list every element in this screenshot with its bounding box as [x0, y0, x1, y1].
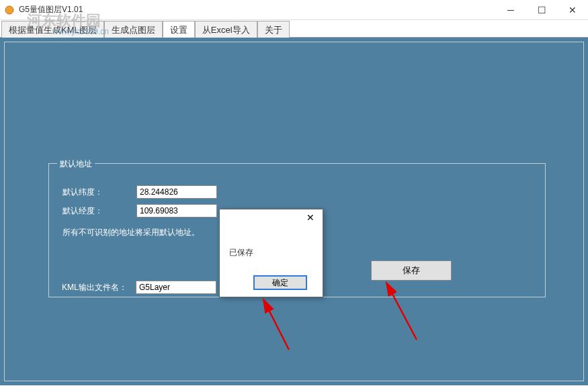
window-title: G5量值图层V1.01	[19, 4, 83, 15]
save-button[interactable]: 保存	[371, 260, 452, 281]
latitude-label: 默认纬度：	[62, 187, 136, 198]
app-icon	[4, 5, 15, 15]
maximize-button[interactable]: ☐	[526, 0, 557, 20]
output-filename-row: KML输出文件名：	[62, 281, 216, 294]
longitude-label: 默认经度：	[62, 205, 136, 217]
dialog-close-button[interactable]: ✕	[298, 209, 323, 226]
longitude-input[interactable]	[136, 204, 217, 218]
close-button[interactable]: ✕	[557, 0, 588, 20]
dialog-message: 已保存	[229, 247, 253, 258]
dialog-ok-button[interactable]: 确定	[253, 275, 307, 290]
window-controls: ─ ☐ ✕	[495, 0, 588, 20]
tab-point-layer[interactable]: 生成点图层	[104, 21, 163, 38]
minimize-button[interactable]: ─	[495, 0, 526, 20]
tab-about[interactable]: 关于	[257, 21, 290, 38]
latitude-row: 默认纬度：	[62, 185, 532, 199]
svg-point-0	[5, 6, 13, 14]
message-dialog: ✕ 已保存 确定	[219, 209, 323, 297]
tab-strip: 根据量值生成KML图层 生成点图层 设置 从Excel导入 关于	[0, 20, 588, 38]
content-area: 默认地址 默认纬度： 默认经度： 所有不可识别的地址将采用默认地址。 KML输出…	[0, 38, 588, 385]
groupbox-title: 默认地址	[57, 158, 95, 170]
output-label: KML输出文件名：	[62, 282, 136, 293]
tab-excel-import[interactable]: 从Excel导入	[195, 21, 257, 38]
output-filename-input[interactable]	[136, 281, 216, 294]
tab-settings[interactable]: 设置	[163, 21, 195, 38]
latitude-input[interactable]	[136, 185, 217, 199]
title-bar: G5量值图层V1.01 ─ ☐ ✕	[0, 0, 588, 20]
tab-kml-by-value[interactable]: 根据量值生成KML图层	[1, 21, 104, 38]
